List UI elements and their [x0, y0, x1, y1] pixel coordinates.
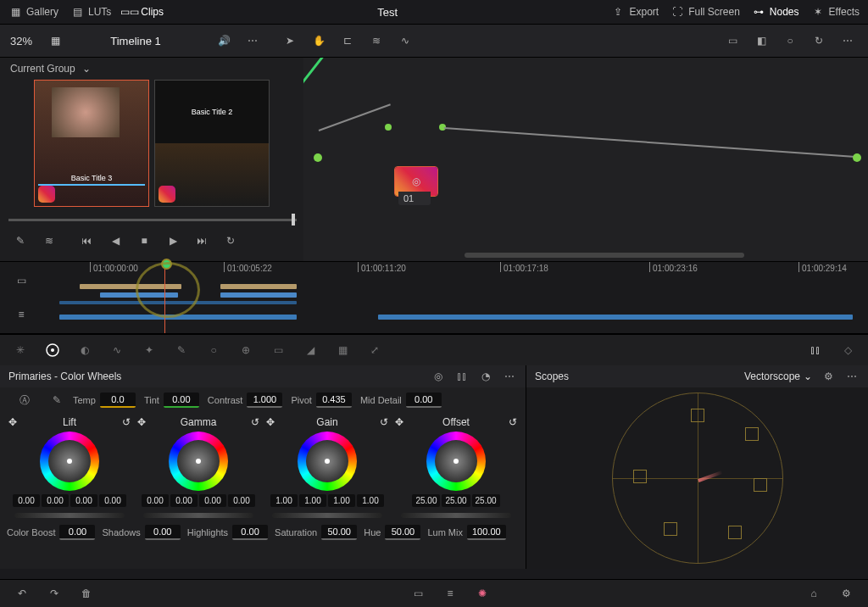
video-clip[interactable]: [220, 284, 297, 289]
luts-tab[interactable]: ▤LUTs: [70, 6, 111, 18]
play-button[interactable]: ▶: [164, 232, 181, 249]
hue-value[interactable]: 50.00: [385, 525, 420, 540]
clip-stack-icon[interactable]: ≋: [41, 232, 58, 249]
sec-more[interactable]: ⋯: [839, 32, 856, 49]
wheel-picker-icon[interactable]: ✥: [6, 416, 19, 428]
qualifier-icon[interactable]: ✎: [173, 342, 190, 359]
audio-clip[interactable]: [378, 315, 853, 320]
image-wipe[interactable]: ▭: [724, 32, 741, 49]
highlights-value[interactable]: 0.00: [232, 525, 268, 540]
delete-button[interactable]: 🗑: [78, 585, 95, 602]
clip-thumb-1[interactable]: Basic Title 3: [34, 80, 149, 207]
playhead[interactable]: [164, 262, 165, 333]
tracker-icon[interactable]: ⊕: [237, 342, 254, 359]
waveform-icon[interactable]: ⫿⫿: [807, 342, 824, 359]
sizing-icon[interactable]: ⤢: [366, 342, 383, 359]
gamma-values[interactable]: 0.000.000.000.00: [142, 494, 255, 507]
middetail-value[interactable]: 0.00: [406, 393, 442, 408]
effects-button[interactable]: ✶Effects: [811, 6, 860, 18]
media-page-icon[interactable]: ▭: [409, 585, 426, 602]
blur-icon[interactable]: ◢: [302, 342, 319, 359]
keyframe-icon[interactable]: ◇: [839, 342, 856, 359]
color-page-icon[interactable]: ✺: [474, 585, 491, 602]
loop-button[interactable]: ↻: [222, 232, 239, 249]
fullscreen-button[interactable]: ⛶Full Screen: [670, 6, 740, 18]
video-clip[interactable]: [220, 292, 297, 298]
gain-wheel[interactable]: [298, 432, 357, 491]
video-track-icon[interactable]: ▭: [13, 272, 30, 289]
first-frame-button[interactable]: ⏮: [78, 232, 95, 249]
color-warper-icon[interactable]: ✦: [141, 342, 158, 359]
wheel-picker-icon[interactable]: ✥: [392, 416, 406, 428]
scrubber[interactable]: [8, 212, 295, 227]
scope-settings-icon[interactable]: ⚙: [821, 369, 836, 384]
pivot-value[interactable]: 0.435: [316, 393, 352, 408]
settings-button[interactable]: ⚙: [837, 585, 854, 602]
undo-button[interactable]: ↶: [14, 585, 31, 602]
lift-jog[interactable]: [14, 513, 125, 518]
scope-mode-select[interactable]: Vectorscope: [744, 370, 800, 382]
group-selector[interactable]: Current Group⌄: [0, 58, 303, 80]
color-wheels-icon[interactable]: [44, 342, 61, 359]
temp-value[interactable]: 0.0: [100, 393, 136, 408]
layers-tool[interactable]: ≋: [368, 32, 385, 49]
hdr-icon[interactable]: ◐: [76, 342, 93, 359]
panel-more-icon[interactable]: ⋯: [502, 369, 517, 384]
window-icon[interactable]: ○: [205, 342, 222, 359]
edit-page-icon[interactable]: ≡: [442, 585, 459, 602]
curves-icon[interactable]: ∿: [108, 342, 125, 359]
graph-output-dot[interactable]: [853, 153, 861, 162]
redo-button[interactable]: ↷: [46, 585, 63, 602]
hand-tool[interactable]: ✋: [310, 32, 327, 49]
last-frame-button[interactable]: ⏭: [193, 232, 210, 249]
grid-toggle[interactable]: ▦: [42, 35, 68, 47]
offset-values[interactable]: 25.0025.0025.00: [412, 494, 499, 507]
prev-frame-button[interactable]: ◀: [107, 232, 124, 249]
offset-jog[interactable]: [401, 513, 511, 518]
reset-view[interactable]: ↻: [810, 32, 827, 49]
auto-balance-icon[interactable]: Ⓐ: [17, 393, 32, 408]
graph-input-dot[interactable]: [314, 153, 322, 162]
audio-track-icon[interactable]: ≡: [13, 306, 30, 323]
tint-value[interactable]: 0.00: [164, 393, 199, 408]
eyedropper-icon[interactable]: ✎: [12, 232, 29, 249]
audio-clip[interactable]: [59, 315, 297, 320]
wheel-picker-icon[interactable]: ✥: [135, 416, 148, 428]
node-scrollbar[interactable]: [465, 253, 744, 258]
export-button[interactable]: ⇪Export: [611, 6, 659, 18]
reset-icon[interactable]: ↺: [506, 416, 520, 428]
highlight-toggle[interactable]: ○: [782, 32, 798, 49]
zoom-level[interactable]: 32%: [0, 35, 42, 47]
clips-tab[interactable]: ▭▭Clips: [123, 6, 164, 18]
audio-toggle[interactable]: 🔊: [215, 32, 232, 49]
split-view[interactable]: ◧: [753, 32, 770, 49]
gain-values[interactable]: 1.001.001.001.00: [270, 494, 384, 507]
video-clip[interactable]: [80, 284, 181, 289]
node-graph[interactable]: ◎ 01: [303, 58, 868, 261]
wheels-mode-icon[interactable]: ◎: [431, 369, 446, 384]
bars-mode-icon[interactable]: ⫿⫿: [454, 369, 470, 384]
lift-wheel[interactable]: [40, 432, 99, 491]
key-icon[interactable]: ▦: [334, 342, 351, 359]
lummix-value[interactable]: 100.00: [467, 525, 506, 540]
magic-mask-icon[interactable]: ▭: [270, 342, 287, 359]
node-add-tool[interactable]: ⊏: [339, 32, 356, 49]
clip-thumb-2[interactable]: Basic Title 2: [154, 80, 270, 207]
vectorscope[interactable]: [526, 387, 868, 569]
node-input-dot[interactable]: [385, 124, 392, 131]
camera-raw-icon[interactable]: ✳: [12, 342, 29, 359]
scope-more-icon[interactable]: ⋯: [844, 369, 860, 384]
wheel-picker-icon[interactable]: ✥: [264, 416, 277, 428]
contrast-value[interactable]: 1.000: [247, 393, 282, 408]
video-clip[interactable]: [59, 301, 297, 304]
stop-button[interactable]: ■: [136, 232, 153, 249]
home-button[interactable]: ⌂: [805, 585, 822, 602]
offset-wheel[interactable]: [426, 432, 486, 491]
video-clip[interactable]: [100, 292, 178, 298]
lift-values[interactable]: 0.000.000.000.00: [13, 494, 126, 507]
shadows-value[interactable]: 0.00: [145, 525, 181, 540]
gamma-jog[interactable]: [143, 513, 253, 518]
saturation-value[interactable]: 50.00: [321, 525, 357, 540]
pointer-tool[interactable]: ➤: [281, 32, 298, 49]
pick-white-icon[interactable]: ✎: [49, 393, 64, 408]
